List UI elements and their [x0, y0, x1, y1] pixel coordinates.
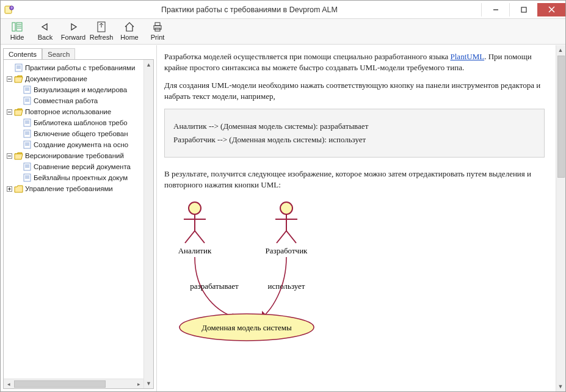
page-icon: [22, 85, 32, 94]
tree-label: Создание документа на осно: [34, 139, 128, 150]
hide-icon: [12, 21, 23, 33]
scroll-thumb[interactable]: [557, 56, 565, 178]
tab-search[interactable]: Search: [42, 48, 75, 60]
forward-button[interactable]: Forward: [60, 20, 86, 41]
tree-item-management[interactable]: Управление требованиями: [5, 183, 154, 194]
scroll-thumb[interactable]: [14, 380, 106, 388]
page-icon: [22, 118, 32, 127]
home-button[interactable]: Home: [117, 20, 142, 41]
tree-label: Сравнение версий документа: [34, 161, 131, 172]
svg-text:?: ?: [10, 6, 12, 10]
tree-item[interactable]: Бейзлайны проектных докум: [5, 172, 154, 183]
svg-rect-47: [24, 163, 31, 170]
minimize-button[interactable]: [481, 3, 509, 16]
tree-item[interactable]: Совместная работа: [5, 95, 154, 106]
plantuml-link[interactable]: PlantUML: [451, 52, 485, 61]
tree-item[interactable]: Библиотека шаблонов требо: [5, 117, 154, 128]
tree-item-documenting[interactable]: Документирование: [5, 73, 154, 84]
hide-button[interactable]: Hide: [4, 20, 30, 41]
print-icon: [152, 21, 163, 33]
svg-rect-15: [155, 23, 160, 26]
tree-item-versioning[interactable]: Версионирование требований: [5, 150, 154, 161]
scroll-down-icon[interactable]: ▼: [145, 379, 153, 388]
svg-rect-41: [24, 141, 31, 148]
page-icon: [22, 162, 32, 171]
paragraph: В результате, получится следующее изобра…: [164, 169, 545, 190]
svg-line-62: [195, 231, 205, 243]
tree-label: Визуализация и моделирова: [34, 84, 127, 95]
refresh-icon: [96, 21, 106, 33]
tree-item-reuse[interactable]: Повторное использование: [5, 106, 154, 117]
svg-rect-37: [24, 130, 31, 137]
svg-rect-8: [16, 23, 22, 31]
svg-point-63: [280, 202, 292, 214]
back-arrow-icon: [40, 21, 51, 33]
collapse-icon[interactable]: [5, 153, 13, 159]
tree-label: Библиотека шаблонов требо: [34, 117, 128, 128]
tree-label: Практики работы с требованиями: [25, 62, 135, 73]
collapse-icon[interactable]: [5, 76, 13, 82]
tree-label: Совместная работа: [34, 95, 98, 106]
tree-vertical-scrollbar[interactable]: ▲ ▼: [143, 60, 153, 388]
actor-label: Аналитик: [178, 246, 212, 255]
scroll-right-icon[interactable]: ▸: [134, 380, 143, 388]
tree-item[interactable]: Сравнение версий документа: [5, 161, 154, 172]
close-button[interactable]: [537, 3, 565, 16]
scroll-up-icon[interactable]: ▲: [145, 60, 153, 70]
tree-item-root[interactable]: Практики работы с требованиями: [5, 62, 154, 73]
page-icon: [22, 129, 32, 138]
tree-item[interactable]: Включение общего требован: [5, 128, 154, 139]
tree-label: Повторное использование: [25, 106, 111, 117]
scroll-up-icon[interactable]: ▲: [556, 45, 565, 55]
content-vertical-scrollbar[interactable]: ▲ ▼: [556, 45, 565, 391]
expand-icon[interactable]: [5, 186, 13, 192]
tab-contents[interactable]: Contents: [3, 48, 42, 60]
paragraph: Разработка моделей осуществляется при по…: [164, 51, 545, 73]
back-button[interactable]: Back: [32, 20, 58, 41]
maximize-button[interactable]: [509, 3, 537, 16]
svg-rect-27: [24, 97, 31, 104]
usecase-label: Доменная модель системы: [201, 323, 292, 332]
folder-closed-icon: [13, 185, 23, 193]
collapse-icon[interactable]: [5, 109, 13, 115]
main-area: Contents Search Практики работы с требов…: [1, 45, 565, 391]
actor-label: Разработчик: [266, 246, 308, 255]
actor-developer-icon: [275, 202, 297, 243]
print-label: Print: [151, 34, 165, 41]
scroll-left-icon[interactable]: ◂: [4, 380, 13, 388]
refresh-button[interactable]: Refresh: [89, 20, 114, 41]
sidebar-tabs: Contents Search: [1, 45, 156, 59]
app-window: ? Практики работы с требованиями в Devpr…: [0, 0, 566, 392]
folder-open-icon: [13, 152, 23, 160]
tree-label: Управление требованиями: [25, 183, 113, 194]
forward-label: Forward: [61, 34, 85, 41]
svg-point-58: [189, 202, 201, 214]
svg-rect-33: [24, 119, 31, 126]
page-icon: [22, 173, 32, 182]
tree-label: Включение общего требован: [34, 128, 128, 139]
svg-line-66: [277, 231, 286, 243]
scroll-down-icon[interactable]: ▼: [556, 382, 565, 391]
tree-horizontal-scrollbar[interactable]: ◂ ▸: [4, 379, 143, 388]
svg-line-61: [185, 231, 195, 243]
uml-diagram: Аналитик Разработчик: [164, 197, 545, 346]
svg-rect-23: [24, 86, 31, 93]
svg-rect-4: [521, 7, 526, 12]
refresh-label: Refresh: [90, 34, 114, 41]
help-app-icon: ?: [1, 5, 18, 15]
window-title: Практики работы с требованиями в Devprom…: [18, 5, 481, 14]
tree-label: Бейзлайны проектных докум: [34, 172, 128, 183]
svg-rect-51: [24, 174, 31, 181]
page-icon: [22, 96, 32, 105]
toolbar: Hide Back Forward Refresh Home: [1, 19, 565, 45]
relation-label: использует: [267, 281, 305, 291]
svg-rect-17: [15, 64, 22, 71]
titlebar: ? Практики работы с требованиями в Devpr…: [1, 1, 565, 19]
print-button[interactable]: Print: [145, 20, 170, 41]
code-line: Аналитик --> (Доменная модель системы): …: [173, 122, 535, 131]
tree-item[interactable]: Визуализация и моделирова: [5, 84, 154, 95]
paragraph: Для создания UML-модели необходимо нажат…: [164, 80, 545, 101]
folder-open-icon: [13, 108, 23, 116]
tree-item[interactable]: Создание документа на осно: [5, 139, 154, 150]
relation-label: разрабатывает: [190, 281, 239, 291]
